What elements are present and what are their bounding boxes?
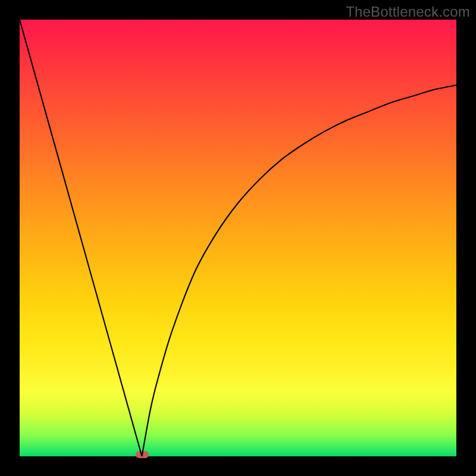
bottleneck-curve bbox=[20, 20, 456, 456]
attribution-text: TheBottleneck.com bbox=[346, 4, 470, 20]
curve-path bbox=[20, 20, 456, 456]
chart-frame: TheBottleneck.com bbox=[0, 0, 476, 476]
